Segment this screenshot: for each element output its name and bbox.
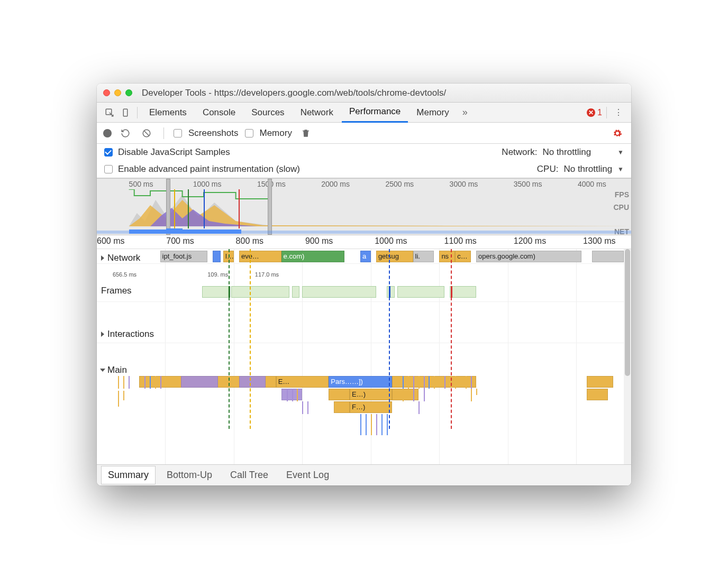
flame-spike[interactable]: [371, 414, 372, 435]
network-request-bar[interactable]: eve…: [239, 251, 281, 262]
tab-performance[interactable]: Performance: [342, 102, 408, 123]
flame-spike[interactable]: [455, 376, 456, 389]
overview-strip[interactable]: 500 ms 1000 ms 1500 ms 2000 ms 2500 ms 3…: [97, 178, 631, 235]
flame-spike[interactable]: [302, 401, 303, 414]
close-icon[interactable]: [103, 89, 110, 96]
screenshots-checkbox[interactable]: [174, 129, 182, 137]
flame-spike[interactable]: [144, 376, 145, 389]
lane-frames-header[interactable]: Frames: [97, 282, 132, 300]
tab-network[interactable]: Network: [293, 103, 341, 122]
flame-bar[interactable]: [239, 376, 266, 388]
flame-spike[interactable]: [307, 401, 308, 414]
reload-icon[interactable]: [118, 126, 133, 141]
more-tabs-icon[interactable]: »: [458, 105, 472, 120]
flame-spike[interactable]: [292, 389, 293, 401]
network-request-bar[interactable]: ns: [439, 251, 455, 262]
flame-spike[interactable]: [418, 376, 420, 389]
flame-spike[interactable]: [360, 414, 361, 435]
flame-bar[interactable]: [329, 389, 350, 400]
frame-bar[interactable]: [302, 286, 376, 298]
flame-bar[interactable]: [392, 389, 418, 400]
paint-checkbox[interactable]: [104, 165, 113, 173]
record-button[interactable]: [103, 129, 112, 137]
overview-handle-right[interactable]: [268, 179, 272, 235]
flame-bar[interactable]: F…): [350, 401, 392, 413]
frame-bar[interactable]: [231, 286, 289, 298]
tab-memory[interactable]: Memory: [409, 103, 456, 122]
flame-spike[interactable]: [434, 376, 435, 389]
network-request-bar[interactable]: li.: [413, 251, 434, 262]
flame-bar[interactable]: [181, 376, 218, 388]
flame-spike[interactable]: [424, 389, 425, 401]
network-request-bar[interactable]: ipt_foot.js: [160, 251, 208, 262]
flame-spike[interactable]: [413, 389, 414, 401]
network-request-bar[interactable]: [592, 251, 624, 262]
flame-spike[interactable]: [408, 376, 409, 389]
overview-handle-left[interactable]: [166, 179, 170, 235]
network-throttle-select[interactable]: No throttling: [542, 147, 591, 158]
inspect-icon[interactable]: [102, 105, 117, 120]
kebab-menu-icon[interactable]: ⋮: [611, 105, 626, 120]
flame-spike[interactable]: [387, 414, 388, 435]
disable-js-checkbox[interactable]: [104, 148, 113, 157]
lane-network-header[interactable]: Network: [97, 249, 140, 267]
frame-bar[interactable]: [202, 286, 229, 298]
flame-spike[interactable]: [418, 401, 420, 414]
settings-gear-icon[interactable]: [610, 126, 625, 141]
network-request-bar[interactable]: [213, 251, 221, 262]
flame-spike[interactable]: [403, 389, 404, 401]
device-toggle-icon[interactable]: [118, 105, 133, 120]
clear-icon[interactable]: [139, 126, 154, 141]
tab-sources[interactable]: Sources: [244, 103, 292, 122]
vertical-scrollbar[interactable]: [624, 249, 631, 464]
tab-call-tree[interactable]: Call Tree: [223, 466, 275, 484]
network-request-bar[interactable]: a: [360, 251, 371, 262]
tab-elements[interactable]: Elements: [142, 103, 194, 122]
scrollbar-thumb[interactable]: [625, 249, 630, 376]
trash-icon[interactable]: [298, 126, 313, 141]
flame-spike[interactable]: [150, 376, 151, 389]
flame-bar[interactable]: [587, 376, 613, 388]
flame-spike[interactable]: [444, 376, 445, 389]
tab-summary[interactable]: Summary: [101, 466, 156, 484]
frame-bar[interactable]: [387, 286, 395, 298]
flame-spike[interactable]: [424, 376, 425, 389]
flame-bar[interactable]: [334, 401, 350, 413]
flame-spike[interactable]: [476, 389, 477, 395]
lane-main-header[interactable]: Main: [97, 361, 127, 379]
flame-spike[interactable]: [155, 376, 156, 389]
flame-bar[interactable]: [587, 389, 608, 400]
flame-spike[interactable]: [381, 414, 383, 435]
flame-spike[interactable]: [118, 391, 119, 407]
frame-bar[interactable]: [450, 286, 476, 298]
tab-bottom-up[interactable]: Bottom-Up: [160, 466, 219, 484]
network-request-bar[interactable]: opers.google.com): [476, 251, 581, 262]
flame-spike[interactable]: [471, 376, 472, 389]
flame-spike[interactable]: [376, 414, 377, 435]
flame-panel[interactable]: Network ipt_foot.jsl…eve…e.com)agetsugli…: [97, 249, 631, 464]
flame-spike[interactable]: [471, 389, 472, 401]
frame-bar[interactable]: [397, 286, 445, 298]
flame-spike[interactable]: [466, 376, 467, 389]
flame-spike[interactable]: [160, 376, 161, 389]
network-request-bar[interactable]: c…: [455, 251, 471, 262]
flame-spike[interactable]: [366, 414, 367, 435]
flame-bar[interactable]: E…): [350, 389, 392, 400]
network-request-bar[interactable]: e.com): [281, 251, 345, 262]
detail-ruler[interactable]: 600 ms 700 ms 800 ms 900 ms 1000 ms 1100…: [97, 235, 631, 249]
flame-spike[interactable]: [413, 376, 414, 389]
memory-checkbox[interactable]: [245, 129, 253, 137]
flame-bar[interactable]: E…: [276, 376, 329, 388]
frame-bar[interactable]: [292, 286, 300, 298]
flame-spike[interactable]: [129, 376, 130, 389]
zoom-icon[interactable]: [125, 89, 132, 96]
flame-bar[interactable]: Pars……]): [329, 376, 392, 388]
cpu-throttle-select[interactable]: No throttling: [563, 164, 612, 175]
flame-spike[interactable]: [403, 376, 404, 389]
lane-interactions-header[interactable]: Interactions: [97, 325, 154, 343]
tab-console[interactable]: Console: [195, 103, 243, 122]
minimize-icon[interactable]: [114, 89, 121, 96]
flame-spike[interactable]: [297, 389, 298, 401]
flame-spike[interactable]: [123, 391, 124, 400]
network-request-bar[interactable]: getsug: [376, 251, 413, 262]
